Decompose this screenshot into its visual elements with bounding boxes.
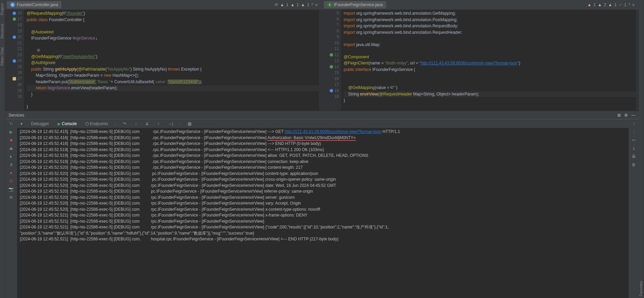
breakpoint-icon[interactable]: ●	[9, 170, 14, 176]
java-class-icon: C	[10, 2, 15, 7]
editor-left: C FounderController.java ⟳▲1▲1▲1^v 16 17…	[5, 0, 322, 110]
print-icon[interactable]: 🖶	[631, 154, 636, 159]
rerun-icon[interactable]: ↻	[9, 121, 14, 126]
soft-wrap-icon[interactable]: ↩	[631, 137, 636, 143]
run-to-cursor-icon[interactable]: →|	[166, 120, 175, 127]
left-tool-strip: Project Structure Fitten Chat	[0, 0, 5, 298]
bulb-icon[interactable]	[13, 77, 16, 80]
stop-icon[interactable]: ■	[9, 137, 14, 143]
debug-tabs: ▾ Debugger ▶ Console ⬡ Endpoints | ↷ ↓ ⇊…	[17, 119, 629, 128]
marker-strip-right[interactable]	[636, 10, 639, 110]
code-area-left[interactable]: @RequestMapping(©"/founder") public clas…	[24, 10, 319, 110]
inspection-status-right[interactable]: ▲1▲2▲1✓1^v	[585, 2, 637, 7]
evaluate-icon[interactable]: ▦	[186, 120, 193, 127]
inspection-status-left[interactable]: ⟳▲1▲1▲1^v	[272, 2, 320, 7]
tab-debugger[interactable]: Debugger	[29, 120, 51, 127]
step-out-icon[interactable]: ↑	[156, 120, 161, 127]
console-url-link[interactable]: http://121.43.43.59:8006/conf/envir-view…	[285, 129, 381, 134]
gear-icon[interactable]: ⚙	[624, 113, 628, 118]
gutter-left[interactable]: 16 17 18 19 20 21 22 23 24 25 26 27 28 2…	[5, 10, 24, 110]
exit-icon[interactable]: ⏏	[9, 146, 14, 151]
java-interface-icon: I	[327, 2, 332, 7]
scroll-up-icon[interactable]: ↑	[631, 121, 636, 126]
expand-icon[interactable]: ▾	[19, 120, 24, 127]
services-panel: ↻ ▶ ■ ⏏ ⏵ ⏸ ● ∅ 📷 ⚙ ▾ Debugger ▶ Console…	[5, 119, 639, 298]
resume-icon[interactable]: ⏵	[9, 154, 14, 159]
clear-icon[interactable]: 🗑	[631, 162, 636, 167]
hide-icon[interactable]: —	[631, 113, 635, 118]
structure-tool[interactable]: Structure	[0, 22, 5, 41]
tab-endpoints[interactable]: ⬡ Endpoints	[84, 120, 110, 127]
run-icon[interactable]: ▶	[9, 129, 14, 135]
layout-settings-icon[interactable]: ⊞	[617, 113, 621, 118]
tab-ifounder-feign[interactable]: I IFounderFeignService.java	[324, 1, 386, 9]
favorites-tool[interactable]: Favorites	[639, 279, 644, 298]
marker-strip-left[interactable]	[319, 10, 322, 110]
step-into-icon[interactable]: ↓	[133, 120, 139, 127]
force-step-icon[interactable]: ⇊	[144, 120, 151, 127]
mute-bp-icon[interactable]: ∅	[9, 178, 14, 184]
console-output[interactable]: [2024-06-19 12:45:52.415] [http-nio-2258…	[17, 128, 629, 298]
pause-icon[interactable]: ⏸	[9, 162, 14, 167]
services-tool-window-header[interactable]: Services ⊞ ⚙ —	[5, 111, 639, 119]
project-tool[interactable]: Project	[0, 2, 5, 17]
gutter-right[interactable]: 5 6 7 8 9 10 11 12 13 14 15 16 17 18 19	[322, 10, 341, 110]
settings-icon[interactable]: ⚙	[9, 195, 14, 200]
code-area-right[interactable]: import org.springframework.web.bind.anno…	[341, 10, 636, 110]
editor-right: I IFounderFeignService.java ▲1▲2▲1✓1^v 5…	[322, 0, 639, 110]
tab-console[interactable]: ▶ Console	[56, 120, 78, 127]
fitten-chat-tool[interactable]: Fitten Chat	[0, 46, 5, 68]
editor-split: C FounderController.java ⟳▲1▲1▲1^v 16 17…	[5, 0, 639, 111]
camera-icon[interactable]: 📷	[9, 187, 14, 192]
left-tool-strip-bottom: Favorites	[639, 0, 644, 298]
console-right-toolbar: ↑ ↓ ↩ ⤓ 🖶 🗑	[629, 119, 639, 298]
scroll-down-icon[interactable]: ↓	[631, 129, 636, 135]
run-toolbar: ↻ ▶ ■ ⏏ ⏵ ⏸ ● ∅ 📷 ⚙	[5, 119, 17, 298]
step-over-icon[interactable]: ↷	[121, 120, 128, 127]
tab-founder-controller[interactable]: C FounderController.java	[7, 1, 61, 9]
scroll-end-icon[interactable]: ⤓	[631, 146, 636, 151]
